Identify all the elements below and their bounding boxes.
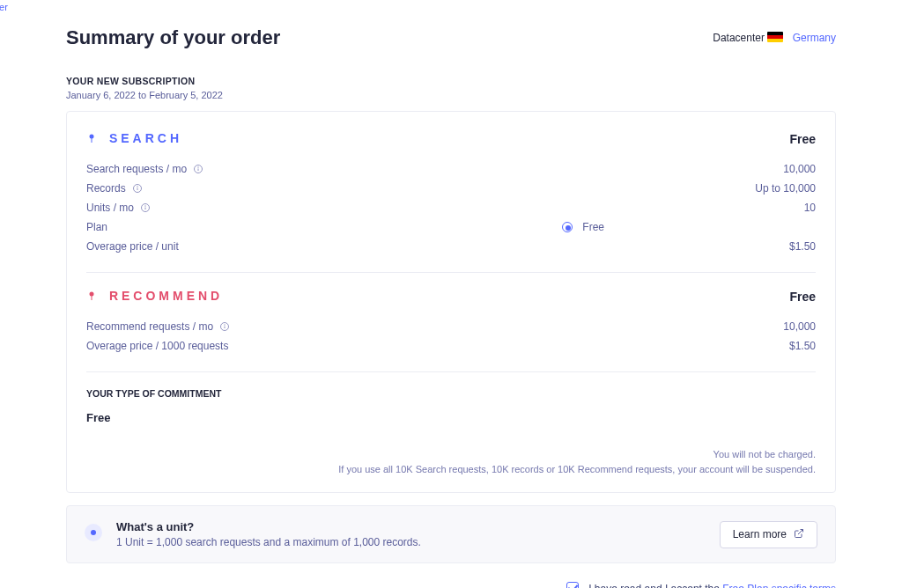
page-title: Summary of your order (66, 26, 280, 49)
plan-value: Free (582, 221, 604, 233)
search-title: SEARCH (109, 131, 182, 145)
recommend-requests-value: 10,000 (783, 320, 816, 333)
search-section-header: SEARCH Free (86, 131, 816, 147)
svg-rect-12 (92, 296, 92, 300)
plan-row: Plan Free (86, 217, 816, 237)
svg-rect-1 (92, 138, 92, 143)
unit-title: What's a unit? (116, 520, 421, 533)
radio-selected-icon[interactable] (562, 222, 573, 232)
search-requests-value: 10,000 (783, 163, 816, 175)
recommend-requests-row: Recommend requests / mo 10,000 (86, 317, 816, 336)
unit-info-box: What's a unit? 1 Unit = 1,000 search req… (66, 505, 836, 563)
svg-point-6 (137, 187, 138, 187)
subscription-date-range: January 6, 2022 to February 5, 2022 (66, 90, 836, 100)
free-plan-terms-link[interactable]: Free Plan specific terms (722, 583, 836, 588)
notice-line1: You will not be charged. (86, 447, 816, 462)
learn-more-label: Learn more (733, 528, 787, 540)
info-icon[interactable] (219, 321, 230, 332)
divider (86, 272, 816, 273)
subscription-label: YOUR NEW SUBSCRIPTION (66, 76, 836, 86)
recommend-overage-row: Overage price / 1000 requests $1.50 (86, 336, 816, 356)
commitment-label: YOUR TYPE OF COMMITMENT (86, 388, 816, 399)
svg-line-16 (798, 529, 803, 534)
search-requests-row: Search requests / mo 10,000 (86, 159, 816, 179)
svg-point-3 (198, 167, 199, 168)
search-overage-value: $1.50 (789, 240, 816, 253)
svg-point-11 (90, 292, 94, 297)
pin-icon (86, 132, 97, 147)
datacenter-label: Datacenter Germany (713, 32, 836, 44)
recommend-title: RECOMMEND (109, 289, 223, 303)
divider (86, 371, 816, 372)
checkbox-free-terms[interactable] (566, 582, 579, 588)
info-icon[interactable] (132, 183, 143, 194)
partial-nav-text: ter (0, 2, 8, 12)
search-overage-label: Overage price / unit (86, 240, 179, 253)
info-icon[interactable] (193, 164, 203, 174)
search-overage-row: Overage price / unit $1.50 (86, 237, 816, 256)
svg-point-9 (145, 206, 146, 207)
info-icon[interactable] (140, 202, 151, 213)
search-requests-label: Search requests / mo (86, 163, 187, 175)
terms-section: I have read and I accept the Free Plan s… (66, 579, 836, 588)
datacenter-country-link[interactable]: Germany (793, 32, 836, 44)
recommend-section-header: RECOMMEND Free (86, 289, 816, 305)
plan-label: Plan (86, 221, 562, 233)
datacenter-text: Datacenter (713, 32, 765, 44)
recommend-overage-value: $1.50 (789, 340, 816, 352)
units-value: 10 (804, 202, 816, 214)
recommend-requests-label: Recommend requests / mo (86, 320, 213, 333)
notice-line2: If you use all 10K Search requests, 10K … (86, 462, 816, 477)
records-label: Records (86, 182, 126, 195)
bullet-icon (85, 524, 102, 541)
recommend-overage-label: Overage price / 1000 requests (86, 340, 228, 352)
svg-point-0 (90, 135, 94, 139)
learn-more-button[interactable]: Learn more (720, 521, 817, 548)
header-row: Summary of your order Datacenter Germany (66, 26, 836, 49)
records-value: Up to 10,000 (755, 182, 816, 195)
units-row: Units / mo 10 (86, 198, 816, 217)
pin-icon (86, 290, 97, 305)
notice-text: You will not be charged. If you use all … (86, 447, 816, 476)
units-label: Units / mo (86, 202, 134, 214)
commitment-value: Free (86, 411, 816, 424)
svg-point-14 (225, 325, 226, 326)
order-card: SEARCH Free Search requests / mo 10,000 … (66, 111, 836, 493)
check1-prefix: I have read and I accept the (588, 583, 722, 588)
search-price-tier: Free (789, 132, 816, 146)
recommend-price-tier: Free (789, 290, 816, 304)
germany-flag-icon (767, 32, 783, 42)
records-row: Records Up to 10,000 (86, 179, 816, 198)
unit-description: 1 Unit = 1,000 search requests and a max… (116, 536, 421, 548)
external-link-icon (794, 528, 804, 541)
